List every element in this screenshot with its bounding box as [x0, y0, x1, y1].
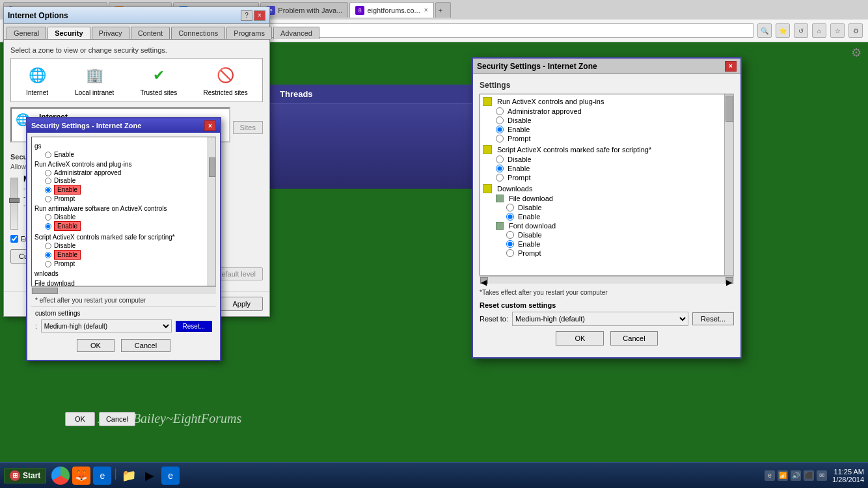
tab-problem-java[interactable]: e Problem with Java... [260, 2, 348, 18]
right-radio-enable-s-input[interactable] [496, 165, 504, 172]
tab-content[interactable]: Content [131, 27, 170, 39]
tray-mail-icon: ✉ [817, 470, 827, 481]
radio-enable-1-label: Enable [54, 185, 81, 195]
tab-label-ef: eightforums.co... [367, 7, 420, 14]
right-h-scroll-right[interactable]: ▶ [726, 277, 733, 284]
taskbar-firefox-icon[interactable]: 🦊 [72, 467, 90, 485]
bottom-cancel-btn[interactable]: Cancel [99, 412, 135, 426]
internet-options-titlebar: Internet Options ? × [4, 7, 269, 24]
settings-label: Settings [480, 81, 734, 90]
list-scrollbar[interactable] [208, 137, 215, 286]
right-radio-enable-1-input[interactable] [496, 126, 504, 133]
bottom-buttons-overlay: OK Cancel [65, 412, 135, 426]
right-radio-disable-1-input[interactable] [496, 116, 504, 124]
tab-programs[interactable]: Programs [226, 27, 272, 39]
reset-select[interactable]: Medium-high (default) [512, 312, 688, 326]
taskbar-ie-icon[interactable]: e [93, 467, 111, 485]
right-close-button[interactable]: × [725, 61, 737, 72]
radio-disable-1-input[interactable] [45, 178, 51, 184]
taskbar-ie2-icon[interactable]: e [161, 467, 180, 485]
tab-connections[interactable]: Connections [171, 27, 225, 39]
protected-mode-checkbox[interactable] [10, 235, 18, 243]
h-scrollbar-thumb[interactable] [32, 288, 58, 294]
sec-cancel-button[interactable]: Cancel [121, 339, 170, 352]
zone-local-intranet[interactable]: 🏢 Local intranet [75, 64, 114, 96]
right-scrollbar[interactable] [724, 94, 733, 275]
reload-icon[interactable]: ↺ [794, 23, 808, 38]
right-radio-admin-input[interactable] [496, 107, 504, 115]
gear-icon[interactable]: ⚙ [851, 46, 861, 60]
security-slider-thumb[interactable] [9, 198, 20, 203]
tab-eightforums[interactable]: 8 eightforums.co... × [349, 2, 433, 18]
right-ok-button[interactable]: OK [556, 331, 604, 346]
right-radio-enable-s: Enable [496, 165, 731, 172]
radio-enable-2-input[interactable] [45, 223, 51, 230]
radio-disable-2-input[interactable] [45, 214, 51, 221]
tab-advanced[interactable]: Advanced [273, 27, 319, 39]
right-radio-prompt-s-input[interactable] [496, 174, 504, 182]
taskbar-right: e 📶 🔊 ⬛ ✉ 11:25 AM 1/28/2014 [765, 468, 864, 483]
sec-ok-button[interactable]: OK [77, 339, 115, 352]
zone-internet[interactable]: 🌐 Internet [25, 64, 49, 96]
settings-icon[interactable]: ⚙ [848, 23, 863, 38]
tab-close-icon[interactable]: × [424, 7, 428, 14]
right-radio-disable-s-input[interactable] [496, 156, 504, 163]
zone-restricted[interactable]: 🚫 Restricted sites [204, 64, 248, 96]
group-script-activex: Script ActiveX controls marked safe for … [34, 234, 213, 241]
help-button[interactable]: ? [241, 10, 252, 21]
radio-enable-top-input[interactable] [45, 152, 51, 158]
tab-general[interactable]: General [7, 27, 46, 39]
taskbar-apps: 🦊 e | 📁 ▶ e [51, 467, 180, 485]
new-tab-btn[interactable]: + [435, 2, 451, 18]
right-radio-disable-fod: Disable [506, 231, 731, 239]
home-icon[interactable]: ⌂ [812, 23, 826, 38]
close-button[interactable]: × [254, 10, 265, 21]
trusted-sites-label: Trusted sites [140, 89, 177, 96]
right-radio-enable-fod-input[interactable] [506, 240, 514, 248]
right-radio-prompt-fod-input[interactable] [506, 249, 514, 257]
reset-right-button[interactable]: Reset... [692, 312, 734, 325]
tab-security[interactable]: Security [47, 27, 90, 39]
internet-zone-label: Internet [26, 89, 48, 96]
radio-prompt-3-input[interactable] [45, 261, 51, 267]
radio-enable-1-input[interactable] [45, 187, 51, 193]
threads-label: Threads [280, 89, 313, 99]
sec-dialog-btns: OK Cancel [31, 335, 216, 356]
right-radio-prompt-1-input[interactable] [496, 135, 504, 142]
tab-privacy[interactable]: Privacy [92, 27, 129, 39]
bottom-ok-btn[interactable]: OK [65, 412, 95, 426]
apply-button[interactable]: Apply [220, 297, 263, 311]
right-scrollbar-thumb[interactable] [726, 96, 733, 122]
security-slider-track[interactable] [10, 178, 18, 230]
star-icon[interactable]: ☆ [830, 23, 845, 38]
right-radio-enable-fd-input[interactable] [506, 213, 514, 221]
h-scrollbar[interactable] [31, 286, 216, 294]
sites-button[interactable]: Sites [233, 121, 263, 134]
zone-trusted[interactable]: ✔ Trusted sites [140, 64, 177, 96]
radio-admin-input[interactable] [45, 170, 51, 176]
custom-settings-select[interactable]: Medium-high (default) [41, 319, 172, 332]
taskbar-folder-icon[interactable]: 📁 [120, 467, 138, 485]
radio-enable-3-input[interactable] [45, 252, 51, 258]
start-button[interactable]: ⊞ Start [4, 468, 46, 483]
radio-enable-1: Enable [45, 185, 213, 195]
list-scrollbar-thumb[interactable] [209, 157, 215, 177]
sec-settings-middle-close[interactable]: × [204, 120, 216, 131]
radio-prompt-1-input[interactable] [45, 196, 51, 202]
start-icon: ⊞ [10, 470, 20, 481]
right-radio-disable-fd-input[interactable] [506, 204, 514, 211]
reset-small-button[interactable]: Reset... [176, 321, 212, 332]
dialog-tabs: General Security Privacy Content Connect… [4, 24, 269, 40]
right-radio-prompt-fod: Prompt [506, 249, 731, 257]
taskbar-chrome-icon[interactable] [51, 467, 70, 485]
right-h-scroll-left[interactable]: ◀ [480, 277, 488, 284]
right-radio-disable-fod-input[interactable] [506, 231, 514, 239]
taskbar-media-icon[interactable]: ▶ [141, 467, 159, 485]
search-icon[interactable]: 🔍 [757, 23, 772, 38]
reset-custom-section: Reset custom settings Reset to: Medium-h… [480, 301, 734, 326]
right-h-scrollbar[interactable]: ◀ ▶ [480, 276, 734, 284]
bookmark-icon[interactable]: ⭐ [776, 23, 790, 38]
right-cancel-button[interactable]: Cancel [610, 331, 657, 346]
radio-disable-3-input[interactable] [45, 243, 51, 249]
start-label: Start [23, 471, 40, 480]
